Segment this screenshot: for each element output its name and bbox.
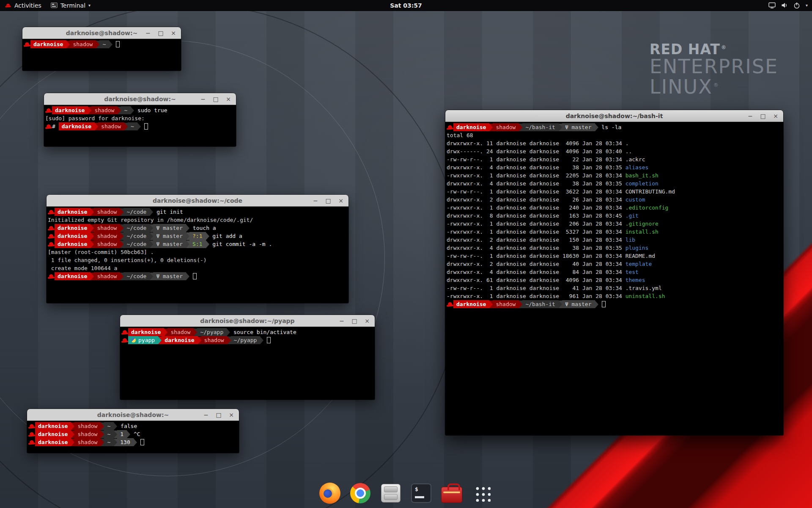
powerline-arrow-icon [559, 301, 562, 308]
maximize-button[interactable]: □ [325, 195, 331, 207]
volume-icon[interactable] [781, 2, 788, 8]
powerline-arrow-icon [95, 123, 98, 130]
prompt-segment-user: darknoise [453, 123, 489, 131]
command-text: ls -la [598, 124, 622, 130]
terminal-line: -rw-rw-r--. 1 darknoise darknoise 18630 … [447, 252, 782, 260]
output-text: total 68 [447, 132, 473, 138]
maximize-button[interactable]: □ [216, 409, 222, 421]
powerline-arrow-icon [489, 124, 493, 131]
close-button[interactable]: × [338, 195, 344, 207]
window-titlebar[interactable]: darknoise@shadow:~ − □ × [44, 93, 236, 105]
terminal-window-home-2[interactable]: darknoise@shadow:~ − □ × darknoiseshadow… [27, 409, 239, 453]
powerline-arrow-icon [134, 439, 137, 446]
output-text: .ackrc [625, 156, 645, 163]
close-button[interactable]: × [225, 93, 231, 105]
activities-button[interactable]: Activities [0, 0, 46, 11]
minimize-button[interactable]: − [339, 315, 345, 327]
terminal-app-icon [51, 3, 58, 8]
powerline-arrow-icon [96, 41, 99, 48]
terminal-window-code[interactable]: darknoise@shadow:~/code − □ × darknoises… [47, 195, 348, 303]
dock-item-chrome[interactable] [348, 481, 373, 505]
close-button[interactable]: × [170, 27, 176, 39]
prompt-segment-user: darknoise [30, 40, 66, 48]
terminal-content[interactable]: darknoiseshadow~/pyapp source bin/activa… [120, 327, 375, 400]
minimize-button[interactable]: − [145, 27, 151, 39]
redhat-prompt-icon [48, 209, 55, 215]
app-menu-terminal[interactable]: Terminal ▾ [46, 0, 95, 11]
terminal-window-sudo[interactable]: darknoise@shadow:~ − □ × darknoiseshadow… [44, 93, 236, 146]
powerline-arrow-icon [91, 240, 94, 248]
dock-item-firefox[interactable] [318, 481, 342, 505]
command-text: sudo true [134, 107, 167, 113]
terminal-icon [411, 483, 431, 503]
clock[interactable]: Sat 03:57 [390, 2, 422, 9]
window-titlebar[interactable]: darknoise@shadow:~ − □ × [22, 27, 181, 39]
prompt-segment-path: ~/bash-it [522, 300, 558, 308]
output-text: [master (root-commit) 50bcb63] . [48, 249, 154, 255]
terminal-line: drwxrwxr-x. 4 darknoise darknoise 38 Jan… [447, 179, 782, 188]
close-button[interactable]: × [228, 409, 234, 421]
terminal-line: darknoiseshadow~/codeΨ master [48, 272, 347, 280]
terminal-window-bash-it[interactable]: darknoise@shadow:~/bash-it − □ × darknoi… [445, 110, 783, 435]
minimize-button[interactable]: − [200, 93, 206, 105]
powerline-arrow-icon [595, 301, 598, 308]
window-titlebar[interactable]: darknoise@shadow:~/bash-it − □ × [445, 110, 783, 122]
terminal-window-pyapp[interactable]: darknoise@shadow:~/pyapp − □ × darknoise… [120, 315, 375, 400]
terminal-content[interactable]: darknoiseshadow~ sudo true[sudo] passwor… [44, 105, 236, 146]
maximize-button[interactable]: □ [760, 110, 766, 122]
output-text: drwxrwxr-x. 11 darknoise darknoise 4096 … [447, 140, 625, 146]
powerline-arrow-icon [109, 41, 112, 48]
powerline-arrow-icon [66, 41, 70, 48]
prompt-segment-warn: ?:1 [189, 232, 206, 240]
powerline-arrow-icon [114, 431, 117, 438]
output-text: -rw-rw-r--. 1 darknoise darknoise 18630 … [447, 253, 625, 259]
terminal-line: darknoiseshadow~/bash-itΨ master [447, 300, 782, 308]
maximize-button[interactable]: □ [351, 315, 357, 327]
minimize-button[interactable]: − [203, 409, 209, 421]
prompt-segment-user: darknoise [453, 300, 489, 308]
output-text: drwxrwxr-x. 2 darknoise darknoise 40 Jan… [447, 261, 625, 267]
output-text: install.sh [625, 229, 658, 235]
window-titlebar[interactable]: darknoise@shadow:~/code − □ × [47, 195, 348, 207]
minimize-button[interactable]: − [313, 195, 318, 207]
prompt-segment-git: Ψ master [153, 224, 186, 232]
prompt-segment-host: shadow [91, 106, 118, 114]
dock-item-apps[interactable] [470, 481, 494, 505]
terminal-window-home-1[interactable]: darknoise@shadow:~ − □ × darknoiseshadow… [22, 27, 181, 71]
prompt-segment-git: Ψ master [153, 272, 186, 280]
terminal-content[interactable]: darknoiseshadow~/code git initInitialize… [47, 207, 348, 303]
terminal-content[interactable]: darknoiseshadow~/bash-itΨ master ls -lat… [445, 122, 783, 435]
terminal-line: darknoiseshadow~1 ^C [28, 430, 238, 438]
close-button[interactable]: × [364, 315, 370, 327]
terminal-line: -rwxrwxr-x. 1 darknoise darknoise 206 Ja… [447, 220, 782, 228]
files-icon [381, 484, 401, 502]
power-icon[interactable] [793, 2, 800, 9]
watermark-linux: LINUX® [650, 77, 778, 97]
powerline-arrow-icon [91, 208, 94, 216]
command-text: false [117, 423, 137, 429]
window-titlebar[interactable]: darknoise@shadow:~ − □ × [27, 409, 239, 421]
output-text: template [625, 261, 652, 267]
window-titlebar[interactable]: darknoise@shadow:~/pyapp − □ × [120, 315, 375, 327]
output-text: [sudo] password for darknoise: [45, 115, 148, 121]
terminal-line: Initialized empty Git repository in /hom… [48, 216, 347, 224]
maximize-button[interactable]: □ [213, 93, 219, 105]
terminal-line: darknoiseshadow~/codeΨ master?:1 git add… [48, 232, 347, 240]
prompt-segment-host: shadow [167, 328, 194, 336]
system-status-area[interactable]: ▾ [768, 2, 812, 9]
display-icon[interactable] [768, 2, 776, 8]
powerline-arrow-icon [260, 337, 263, 344]
terminal-content[interactable]: darknoiseshadow~ falsedarknoiseshadow~1 … [27, 421, 239, 453]
powerline-arrow-icon [101, 422, 104, 430]
maximize-button[interactable]: □ [158, 27, 164, 39]
dock-item-toolbox[interactable] [439, 481, 464, 505]
output-text: .travis.yml [625, 285, 662, 291]
terminal-content[interactable]: darknoiseshadow~ [22, 39, 181, 71]
terminal-line: darknoiseshadow~/code git init [48, 208, 347, 216]
terminal-cursor [144, 123, 148, 130]
minimize-button[interactable]: − [747, 110, 753, 122]
close-button[interactable]: × [773, 110, 779, 122]
prompt-segment-host: shadow [94, 272, 120, 280]
dock-item-files[interactable] [379, 481, 403, 505]
dock-item-terminal[interactable] [409, 481, 433, 505]
